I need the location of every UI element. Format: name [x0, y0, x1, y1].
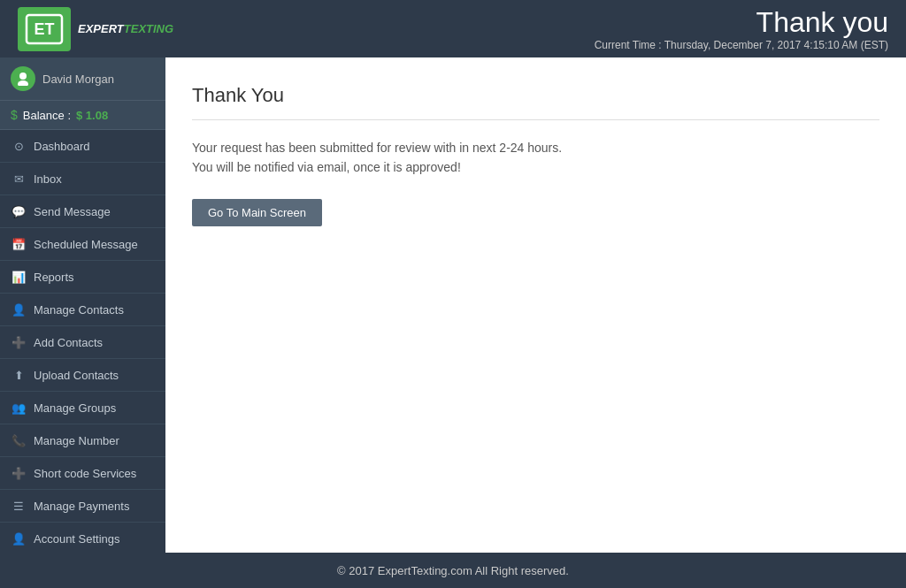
nav-icon-1: ✉	[11, 171, 27, 187]
balance-icon: $	[11, 108, 18, 122]
nav-icon-5: 👤	[11, 302, 27, 317]
nav-icon-9: 📞	[11, 432, 27, 448]
sidebar-balance: $ Balance : $ 1.08	[0, 101, 165, 130]
footer: © 2017 ExpertTexting.com All Right reser…	[0, 553, 906, 588]
header-time: Current Time : Thursday, December 7, 201…	[595, 39, 888, 51]
nav-label-3: Scheduled Message	[34, 238, 138, 251]
logo-box: ET	[18, 7, 71, 51]
sidebar-item-manage-contacts[interactable]: 👤Manage Contacts	[0, 294, 165, 325]
nav-label-8: Manage Groups	[34, 401, 116, 415]
nav-label-0: Dashboard	[34, 140, 90, 153]
nav-icon-2: 💬	[11, 203, 27, 219]
nav-label-7: Upload Contacts	[34, 369, 119, 382]
sidebar-item-short-code-services[interactable]: ➕Short code Services	[0, 457, 165, 489]
nav-icon-4: 📊	[11, 269, 27, 285]
logo-text: EXPERTTEXTING	[78, 22, 173, 35]
main-layout: David Morgan $ Balance : $ 1.08 ⊙Dashboa…	[0, 57, 906, 553]
page-heading: Thank You	[192, 84, 879, 107]
nav-icon-12: 👤	[11, 531, 27, 546]
message-line1: Your request has been submitted for revi…	[192, 138, 879, 157]
nav-label-9: Manage Number	[34, 434, 119, 447]
sidebar-item-add-contacts[interactable]: ➕Add Contacts	[0, 326, 165, 358]
svg-point-3	[18, 80, 28, 86]
message-line2: You will be notified via email, once it …	[192, 157, 879, 177]
header-right: Thank you Current Time : Thursday, Decem…	[595, 6, 888, 51]
go-to-main-button[interactable]: Go To Main Screen	[192, 199, 322, 226]
nav-label-6: Add Contacts	[34, 336, 103, 349]
balance-value: $ 1.08	[76, 109, 108, 122]
nav-icon-0: ⊙	[11, 138, 27, 154]
footer-text: © 2017 ExpertTexting.com All Right reser…	[337, 564, 569, 577]
nav-icon-8: 👥	[11, 400, 27, 416]
top-header: ET EXPERTTEXTING Thank you Current Time …	[0, 0, 906, 57]
nav-icon-3: 📅	[11, 236, 27, 252]
nav-icon-11: ☰	[11, 498, 27, 514]
sidebar-item-upload-contacts[interactable]: ⬆Upload Contacts	[0, 359, 165, 391]
nav-label-10: Short code Services	[34, 467, 136, 480]
nav-label-11: Manage Payments	[34, 500, 129, 513]
sidebar-item-send-message[interactable]: 💬Send Message	[0, 195, 165, 227]
user-name: David Morgan	[42, 73, 114, 86]
sidebar-item-manage-payments[interactable]: ☰Manage Payments	[0, 490, 165, 522]
avatar	[11, 66, 35, 91]
nav-label-2: Send Message	[34, 205, 111, 218]
logo-icon: ET	[25, 13, 64, 45]
svg-point-2	[19, 73, 27, 80]
nav-label-4: Reports	[34, 271, 74, 284]
logo-area: ET EXPERTTEXTING	[18, 7, 173, 51]
nav-label-1: Inbox	[34, 172, 62, 186]
sidebar-nav: ⊙Dashboard✉Inbox💬Send Message📅Scheduled …	[0, 130, 165, 553]
nav-label-5: Manage Contacts	[34, 303, 124, 317]
svg-text:ET: ET	[34, 20, 54, 38]
sidebar: David Morgan $ Balance : $ 1.08 ⊙Dashboa…	[0, 57, 165, 553]
sidebar-item-manage-groups[interactable]: 👥Manage Groups	[0, 392, 165, 424]
sidebar-item-manage-number[interactable]: 📞Manage Number	[0, 424, 165, 456]
nav-icon-7: ⬆	[11, 367, 27, 383]
sidebar-item-dashboard[interactable]: ⊙Dashboard	[0, 130, 165, 162]
header-title: Thank you	[595, 6, 888, 39]
sidebar-user: David Morgan	[0, 57, 165, 101]
balance-label: Balance :	[23, 109, 71, 122]
logo-expert: EXPERT	[78, 22, 124, 35]
sidebar-item-reports[interactable]: 📊Reports	[0, 261, 165, 293]
sidebar-item-inbox[interactable]: ✉Inbox	[0, 163, 165, 195]
main-content: Thank You Your request has been submitte…	[165, 57, 906, 553]
nav-icon-10: ➕	[11, 465, 27, 481]
nav-icon-6: ➕	[11, 334, 27, 350]
thank-you-message: Your request has been submitted for revi…	[192, 138, 879, 178]
logo-texting: TEXTING	[124, 22, 173, 35]
divider	[192, 119, 879, 120]
sidebar-item-account-settings[interactable]: 👤Account Settings	[0, 523, 165, 553]
sidebar-item-scheduled-message[interactable]: 📅Scheduled Message	[0, 228, 165, 260]
nav-label-12: Account Settings	[34, 532, 120, 546]
